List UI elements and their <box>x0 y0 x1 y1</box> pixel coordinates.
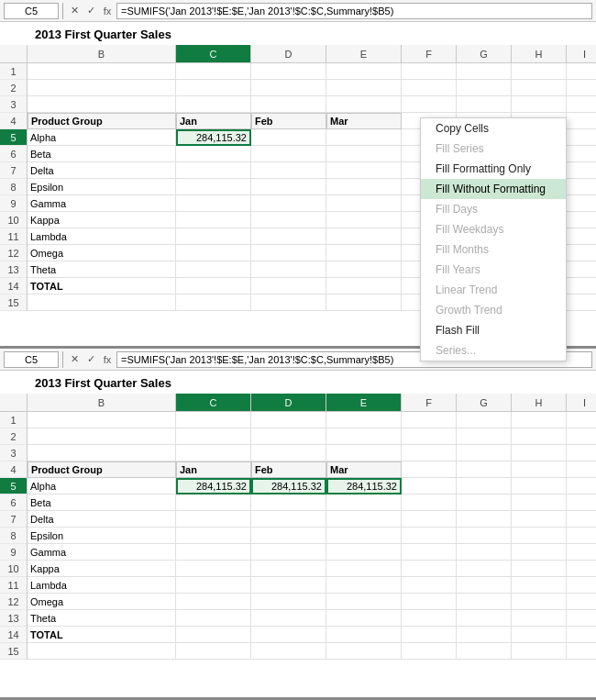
cell-E3-bot[interactable] <box>326 445 402 461</box>
cell-I1-bot[interactable] <box>567 412 596 428</box>
cell-I11-bot[interactable] <box>567 577 596 594</box>
cell-H12-bot[interactable] <box>512 594 567 610</box>
cell-C7-bot[interactable] <box>176 511 251 528</box>
cell-D14[interactable] <box>251 278 326 294</box>
cell-E7-bot[interactable] <box>326 511 402 528</box>
cell-B12-bot[interactable]: Omega <box>28 594 176 610</box>
cell-D13[interactable] <box>251 261 326 278</box>
cell-I5-bot[interactable] <box>567 478 596 494</box>
cell-G12-bot[interactable] <box>457 594 512 610</box>
col-header-F-top[interactable]: F <box>402 45 457 62</box>
cell-C4-top[interactable]: Jan <box>176 113 251 129</box>
col-header-H-bottom[interactable]: H <box>512 394 567 411</box>
cell-E15-bot[interactable] <box>326 643 402 660</box>
cell-B2-top[interactable] <box>28 80 176 96</box>
cell-E5-bot[interactable]: 284,115.32 <box>326 478 402 494</box>
cell-B1-top[interactable] <box>28 63 176 80</box>
menu-growth-trend[interactable]: Growth Trend <box>421 300 566 320</box>
fx-btn-top[interactable]: fx <box>100 4 115 18</box>
cell-C9-top[interactable] <box>176 195 251 212</box>
cell-C13-bot[interactable] <box>176 610 251 627</box>
cell-F7-bot[interactable] <box>402 511 457 528</box>
cell-F9-bot[interactable] <box>402 544 457 561</box>
menu-flash-fill[interactable]: Flash Fill <box>421 320 566 340</box>
cell-B6-top[interactable]: Beta <box>28 146 176 162</box>
cell-E10[interactable] <box>326 212 402 228</box>
cell-D7-bot[interactable] <box>251 511 326 528</box>
cell-D10[interactable] <box>251 212 326 228</box>
cell-I15-bot[interactable] <box>567 643 596 660</box>
cell-E13-bot[interactable] <box>326 610 402 627</box>
cell-I7[interactable] <box>567 162 596 179</box>
cell-H3-top[interactable] <box>512 96 567 113</box>
cell-F15-bot[interactable] <box>402 643 457 660</box>
menu-fill-months[interactable]: Fill Months <box>421 239 566 260</box>
cell-G11-bot[interactable] <box>457 577 512 594</box>
cell-G13-bot[interactable] <box>457 610 512 627</box>
cell-D1-top[interactable] <box>251 63 326 80</box>
cell-I4-bot[interactable] <box>567 461 596 478</box>
menu-fill-formatting-only[interactable]: Fill Formatting Only <box>421 159 566 179</box>
cell-I14-bot[interactable] <box>567 627 596 643</box>
cell-B13-bot[interactable]: Theta <box>28 610 176 627</box>
cell-D3-top[interactable] <box>251 96 326 113</box>
cell-E12[interactable] <box>326 245 402 261</box>
cell-E8-bot[interactable] <box>326 528 402 544</box>
cell-G7-bot[interactable] <box>457 511 512 528</box>
cell-I12-bot[interactable] <box>567 594 596 610</box>
cell-C11-top[interactable] <box>176 228 251 245</box>
menu-fill-without-formatting[interactable]: Fill Without Formatting <box>421 179 566 199</box>
cell-B14-bot[interactable]: TOTAL <box>28 627 176 643</box>
cell-C1-top[interactable] <box>176 63 251 80</box>
cell-E10-bot[interactable] <box>326 561 402 577</box>
cell-I10-bot[interactable] <box>567 561 596 577</box>
menu-copy-cells[interactable]: Copy Cells <box>421 118 566 139</box>
cell-B11-top[interactable]: Lambda <box>28 228 176 245</box>
cell-I2-top[interactable] <box>567 80 596 96</box>
cell-G3-top[interactable] <box>457 96 512 113</box>
cell-C5-top[interactable]: 284,115.32 <box>176 129 251 146</box>
cell-G10-bot[interactable] <box>457 561 512 577</box>
cell-F3-bot[interactable] <box>402 445 457 461</box>
cell-G9-bot[interactable] <box>457 544 512 561</box>
cell-C8-bot[interactable] <box>176 528 251 544</box>
cell-C4-bot[interactable]: Jan <box>176 461 251 478</box>
cell-B15-top[interactable] <box>28 294 176 311</box>
cell-I4-top[interactable] <box>567 113 596 129</box>
confirm-btn-top[interactable]: ✓ <box>83 4 98 18</box>
cell-B15-bot[interactable] <box>28 643 176 660</box>
cell-C13-top[interactable] <box>176 261 251 278</box>
cell-D8-bot[interactable] <box>251 528 326 544</box>
cell-D12-bot[interactable] <box>251 594 326 610</box>
cell-E2-bot[interactable] <box>326 428 402 445</box>
col-header-C-bottom[interactable]: C <box>176 394 251 411</box>
cell-D12[interactable] <box>251 245 326 261</box>
cell-E4-top[interactable]: Mar <box>326 113 402 129</box>
cell-D7[interactable] <box>251 162 326 179</box>
cell-D5-bot[interactable]: 284,115.32 <box>251 478 326 494</box>
cell-I12[interactable] <box>567 245 596 261</box>
cell-H1-bot[interactable] <box>512 412 567 428</box>
cell-G2-bot[interactable] <box>457 428 512 445</box>
cell-G8-bot[interactable] <box>457 528 512 544</box>
cell-G5-bot[interactable] <box>457 478 512 494</box>
cell-B4-bot[interactable]: Product Group <box>28 461 176 478</box>
cell-H3-bot[interactable] <box>512 445 567 461</box>
cell-E6-bot[interactable] <box>326 494 402 511</box>
cell-D5-top[interactable] <box>251 129 326 146</box>
cell-B10-top[interactable]: Kappa <box>28 212 176 228</box>
col-header-D-top[interactable]: D <box>251 45 326 62</box>
cell-I1-top[interactable] <box>567 63 596 80</box>
cell-I8[interactable] <box>567 179 596 195</box>
cell-F8-bot[interactable] <box>402 528 457 544</box>
cell-G14-bot[interactable] <box>457 627 512 643</box>
cell-H1-top[interactable] <box>512 63 567 80</box>
cell-E9[interactable] <box>326 195 402 212</box>
cell-ref-top[interactable]: C5 <box>4 3 59 19</box>
cell-I11[interactable] <box>567 228 596 245</box>
cell-G2-top[interactable] <box>457 80 512 96</box>
menu-series[interactable]: Series... <box>421 340 566 361</box>
cell-H6-bot[interactable] <box>512 494 567 511</box>
cell-B7-bot[interactable]: Delta <box>28 511 176 528</box>
cell-G6-bot[interactable] <box>457 494 512 511</box>
